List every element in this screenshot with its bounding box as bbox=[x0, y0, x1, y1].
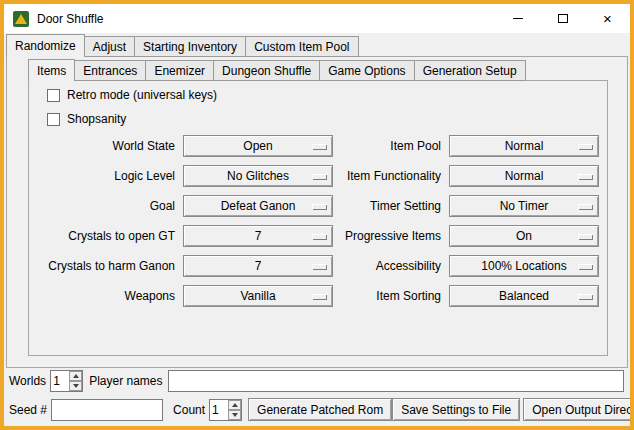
door-shuffle-window: Door Shuffle × Randomize Adjust Starting… bbox=[0, 0, 634, 430]
goal-label: Goal bbox=[37, 195, 175, 217]
items-pane: Retro mode (universal keys) Shopsanity W… bbox=[28, 80, 608, 356]
player-names-input[interactable] bbox=[168, 370, 625, 392]
item-functionality-value: Normal bbox=[505, 169, 544, 183]
dropdown-indicator-icon bbox=[578, 174, 593, 180]
seed-label: Seed # bbox=[9, 403, 47, 417]
logic-level-dropdown[interactable]: No Glitches bbox=[183, 165, 333, 187]
minimize-button[interactable] bbox=[495, 4, 540, 33]
arrow-down-icon bbox=[73, 384, 79, 388]
arrow-up-icon bbox=[232, 403, 238, 407]
timer-setting-dropdown[interactable]: No Timer bbox=[449, 195, 599, 217]
item-pool-value: Normal bbox=[505, 139, 544, 153]
caption-buttons: × bbox=[495, 4, 630, 33]
generate-patched-rom-button[interactable]: Generate Patched Rom bbox=[248, 398, 392, 421]
dropdown-indicator-icon bbox=[312, 144, 327, 150]
minimize-icon bbox=[513, 18, 523, 19]
crystals-harm-ganon-value: 7 bbox=[255, 259, 262, 273]
tab-enemizer[interactable]: Enemizer bbox=[145, 60, 214, 81]
retro-mode-checkbox[interactable]: Retro mode (universal keys) bbox=[37, 83, 599, 107]
weapons-value: Vanilla bbox=[240, 289, 275, 303]
main-tab-bar: Randomize Adjust Starting Inventory Cust… bbox=[6, 34, 358, 57]
arrow-down-icon bbox=[232, 413, 238, 417]
seed-row: Seed # Count Generate Patched Rom Save S… bbox=[9, 398, 625, 421]
count-spinbox[interactable] bbox=[209, 399, 242, 421]
tab-custom-item-pool[interactable]: Custom Item Pool bbox=[245, 36, 358, 57]
worlds-spin-arrows bbox=[69, 371, 82, 391]
world-state-dropdown[interactable]: Open bbox=[183, 135, 333, 157]
player-names-label: Player names bbox=[89, 374, 162, 388]
crystals-harm-ganon-dropdown[interactable]: 7 bbox=[183, 255, 333, 277]
tab-adjust[interactable]: Adjust bbox=[84, 36, 135, 57]
dropdown-indicator-icon bbox=[578, 204, 593, 210]
dropdown-indicator-icon bbox=[312, 174, 327, 180]
randomize-sub-tab-bar: Items Entrances Enemizer Dungeon Shuffle… bbox=[28, 59, 525, 81]
worlds-spinbox[interactable] bbox=[50, 370, 83, 392]
open-output-directory-button[interactable]: Open Output Directory bbox=[523, 398, 634, 421]
count-label: Count bbox=[173, 403, 205, 417]
crystals-open-gt-value: 7 bbox=[255, 229, 262, 243]
close-icon: × bbox=[603, 11, 612, 26]
count-input[interactable] bbox=[210, 400, 228, 420]
checkbox-unchecked-icon bbox=[47, 113, 60, 126]
tab-game-options[interactable]: Game Options bbox=[319, 60, 414, 81]
weapons-dropdown[interactable]: Vanilla bbox=[183, 285, 333, 307]
dropdown-indicator-icon bbox=[578, 144, 593, 150]
accessibility-label: Accessibility bbox=[341, 255, 441, 277]
options-grid: World State Open Item Pool Normal Logic … bbox=[37, 135, 599, 307]
world-state-value: Open bbox=[243, 139, 272, 153]
tab-items[interactable]: Items bbox=[28, 59, 75, 81]
count-spin-arrows bbox=[228, 400, 241, 420]
crystals-open-gt-label: Crystals to open GT bbox=[37, 225, 175, 247]
tab-randomize[interactable]: Randomize bbox=[6, 34, 85, 57]
tab-dungeon-shuffle[interactable]: Dungeon Shuffle bbox=[213, 60, 320, 81]
weapons-label: Weapons bbox=[37, 285, 175, 307]
logic-level-label: Logic Level bbox=[37, 165, 175, 187]
dropdown-indicator-icon bbox=[312, 204, 327, 210]
tab-generation-setup[interactable]: Generation Setup bbox=[414, 60, 526, 81]
spin-up-button[interactable] bbox=[69, 371, 82, 381]
accessibility-dropdown[interactable]: 100% Locations bbox=[449, 255, 599, 277]
worlds-input[interactable] bbox=[51, 371, 69, 391]
dropdown-indicator-icon bbox=[312, 294, 327, 300]
dropdown-indicator-icon bbox=[578, 264, 593, 270]
progressive-items-dropdown[interactable]: On bbox=[449, 225, 599, 247]
spin-up-button[interactable] bbox=[228, 400, 241, 410]
goal-dropdown[interactable]: Defeat Ganon bbox=[183, 195, 333, 217]
item-sorting-dropdown[interactable]: Balanced bbox=[449, 285, 599, 307]
item-pool-label: Item Pool bbox=[341, 135, 441, 157]
arrow-up-icon bbox=[73, 374, 79, 378]
item-sorting-value: Balanced bbox=[499, 289, 549, 303]
spin-down-button[interactable] bbox=[69, 381, 82, 391]
output-buttons: Save Settings to File Open Output Direct… bbox=[392, 398, 634, 421]
tab-entrances[interactable]: Entrances bbox=[74, 60, 146, 81]
progressive-items-label: Progressive Items bbox=[341, 225, 441, 247]
shopsanity-label: Shopsanity bbox=[67, 113, 126, 126]
world-state-label: World State bbox=[37, 135, 175, 157]
window-title: Door Shuffle bbox=[37, 12, 104, 26]
dropdown-indicator-icon bbox=[578, 234, 593, 240]
retro-mode-label: Retro mode (universal keys) bbox=[67, 89, 217, 102]
item-functionality-label: Item Functionality bbox=[341, 165, 441, 187]
item-functionality-dropdown[interactable]: Normal bbox=[449, 165, 599, 187]
timer-setting-value: No Timer bbox=[500, 199, 549, 213]
checkbox-unchecked-icon bbox=[47, 89, 60, 102]
item-pool-dropdown[interactable]: Normal bbox=[449, 135, 599, 157]
dropdown-indicator-icon bbox=[312, 264, 327, 270]
timer-setting-label: Timer Setting bbox=[341, 195, 441, 217]
crystals-harm-ganon-label: Crystals to harm Ganon bbox=[37, 255, 175, 277]
tab-starting-inventory[interactable]: Starting Inventory bbox=[134, 36, 246, 57]
shopsanity-checkbox[interactable]: Shopsanity bbox=[37, 107, 599, 131]
app-icon bbox=[13, 11, 29, 27]
close-button[interactable]: × bbox=[585, 4, 630, 33]
worlds-label: Worlds bbox=[9, 374, 46, 388]
dropdown-indicator-icon bbox=[578, 294, 593, 300]
maximize-icon bbox=[558, 14, 568, 23]
crystals-open-gt-dropdown[interactable]: 7 bbox=[183, 225, 333, 247]
item-sorting-label: Item Sorting bbox=[341, 285, 441, 307]
maximize-button[interactable] bbox=[540, 4, 585, 33]
goal-value: Defeat Ganon bbox=[221, 199, 296, 213]
spin-down-button[interactable] bbox=[228, 410, 241, 420]
seed-input[interactable] bbox=[51, 399, 163, 421]
save-settings-button[interactable]: Save Settings to File bbox=[392, 398, 520, 421]
progressive-items-value: On bbox=[516, 229, 532, 243]
